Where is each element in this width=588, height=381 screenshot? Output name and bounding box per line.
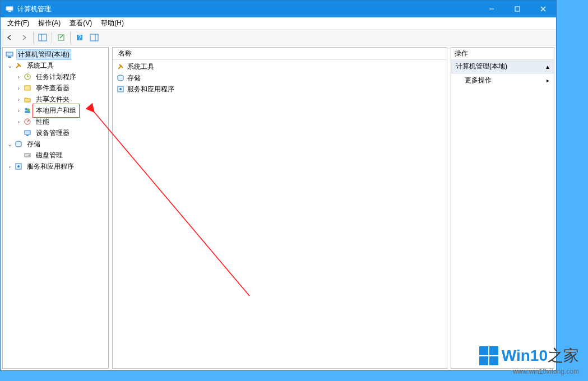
svg-rect-16 — [25, 86, 30, 90]
list-item-label: 系统工具 — [127, 62, 154, 72]
minimize-button[interactable] — [479, 1, 504, 17]
main-area: 计算机管理(本地) ⌄ 系统工具 › 任务计划程序 › 事件查看器 — [1, 45, 556, 370]
event-icon — [23, 83, 32, 92]
close-button[interactable] — [530, 1, 556, 17]
tree-label: 共享文件夹 — [34, 94, 71, 105]
users-icon — [23, 106, 32, 115]
collapse-icon[interactable]: ▴ — [546, 63, 549, 71]
watermark-brand-prefix: Win10 — [502, 347, 548, 364]
help-button[interactable]: ? — [73, 31, 86, 44]
properties-button[interactable] — [54, 31, 68, 44]
svg-rect-13 — [6, 52, 13, 56]
expand-icon[interactable]: › — [14, 85, 23, 91]
toolbar: ? — [1, 30, 556, 45]
tree-label: 性能 — [34, 117, 51, 127]
show-action-pane-button[interactable] — [87, 31, 101, 44]
device-icon — [23, 128, 32, 137]
svg-rect-14 — [8, 57, 11, 58]
svg-rect-1 — [8, 11, 11, 12]
tree-local-users-groups[interactable]: › 本地用户和组 — [3, 105, 108, 116]
tree-label: 本地用户和组 — [34, 105, 78, 116]
tree-label: 系统工具 — [25, 61, 55, 71]
forward-button[interactable] — [17, 31, 31, 44]
collapse-icon[interactable]: ⌄ — [5, 141, 14, 148]
performance-icon — [23, 117, 32, 126]
list-pane[interactable]: 名称 系统工具 存储 服务和应用程序 — [112, 47, 447, 369]
svg-point-30 — [119, 88, 122, 90]
watermark-brand-suffix: 之家 — [548, 347, 579, 364]
tree-label: 服务和应用程序 — [25, 161, 76, 172]
tree-task-scheduler[interactable]: › 任务计划程序 — [3, 71, 108, 82]
tree-device-manager[interactable]: 设备管理器 — [3, 127, 108, 138]
windows-logo-icon — [479, 346, 498, 365]
tree-performance[interactable]: › 性能 — [3, 116, 108, 127]
tools-icon — [14, 61, 23, 70]
tree-system-tools[interactable]: ⌄ 系统工具 — [3, 60, 108, 71]
window-title: 计算机管理 — [17, 4, 479, 14]
tree-label: 任务计划程序 — [34, 72, 78, 82]
expand-icon[interactable]: › — [14, 107, 23, 114]
services-icon — [14, 162, 23, 171]
tree-services-apps[interactable]: › 服务和应用程序 — [3, 161, 108, 172]
services-icon — [116, 85, 125, 94]
actions-more[interactable]: 更多操作 ▸ — [451, 73, 554, 87]
window-computer-management: 计算机管理 文件(F) 操作(A) 查看(V) 帮助(H) ? — [0, 0, 557, 371]
expand-icon[interactable]: › — [5, 163, 14, 170]
storage-icon — [14, 140, 23, 148]
list-item-system-tools[interactable]: 系统工具 — [113, 61, 447, 72]
watermark-url: www.win10xitong.com — [479, 368, 579, 375]
toolbar-separator — [70, 32, 71, 43]
tree-label: 磁盘管理 — [34, 150, 64, 161]
svg-point-27 — [17, 165, 20, 168]
storage-icon — [116, 73, 125, 82]
menu-view[interactable]: 查看(V) — [65, 17, 96, 29]
svg-rect-19 — [25, 111, 30, 113]
svg-point-25 — [29, 155, 30, 156]
disk-icon — [23, 151, 32, 160]
clock-icon — [23, 72, 32, 81]
shared-folder-icon — [23, 95, 32, 104]
app-icon — [5, 4, 14, 13]
list-item-services-apps[interactable]: 服务和应用程序 — [113, 83, 447, 95]
tools-icon — [116, 62, 125, 71]
actions-more-label: 更多操作 — [465, 76, 492, 85]
toolbar-separator — [33, 32, 34, 43]
toolbar-separator — [52, 32, 52, 43]
svg-rect-6 — [39, 34, 47, 41]
expand-icon[interactable]: › — [14, 96, 23, 103]
back-button[interactable] — [3, 31, 16, 44]
tree-shared-folders[interactable]: › 共享文件夹 — [3, 94, 108, 105]
expand-icon[interactable]: › — [14, 118, 23, 125]
menu-file[interactable]: 文件(F) — [3, 17, 34, 29]
column-name[interactable]: 名称 — [116, 48, 134, 59]
show-hide-tree-button[interactable] — [36, 31, 49, 44]
watermark: Win10之家 www.win10xitong.com — [479, 345, 579, 375]
titlebar[interactable]: 计算机管理 — [1, 1, 556, 17]
svg-rect-21 — [25, 131, 30, 134]
svg-rect-11 — [90, 34, 98, 41]
tree-event-viewer[interactable]: › 事件查看器 — [3, 82, 108, 94]
list-item-label: 服务和应用程序 — [127, 85, 174, 94]
list-item-storage[interactable]: 存储 — [113, 72, 447, 83]
chevron-right-icon: ▸ — [547, 77, 549, 83]
collapse-icon[interactable]: ⌄ — [5, 62, 14, 69]
actions-section-label: 计算机管理(本地) — [456, 62, 507, 71]
menubar: 文件(F) 操作(A) 查看(V) 帮助(H) — [1, 17, 556, 30]
menu-action[interactable]: 操作(A) — [34, 17, 65, 29]
menu-help[interactable]: 帮助(H) — [96, 17, 128, 29]
tree-label: 存储 — [25, 139, 42, 150]
svg-rect-0 — [6, 7, 13, 11]
tree-disk-management[interactable]: 磁盘管理 — [3, 150, 108, 161]
list-header[interactable]: 名称 — [113, 48, 447, 60]
expand-icon[interactable]: › — [14, 73, 23, 80]
actions-header: 操作 — [451, 48, 554, 60]
svg-rect-22 — [26, 135, 29, 136]
tree-pane[interactable]: 计算机管理(本地) ⌄ 系统工具 › 任务计划程序 › 事件查看器 — [2, 47, 109, 369]
actions-section[interactable]: 计算机管理(本地) ▴ — [451, 60, 554, 73]
svg-rect-3 — [515, 7, 520, 11]
tree-storage[interactable]: ⌄ 存储 — [3, 138, 108, 150]
tree-label: 设备管理器 — [34, 128, 71, 138]
tree-root[interactable]: 计算机管理(本地) — [3, 49, 108, 60]
maximize-button[interactable] — [504, 1, 530, 17]
tree-label: 计算机管理(本地) — [16, 49, 71, 60]
